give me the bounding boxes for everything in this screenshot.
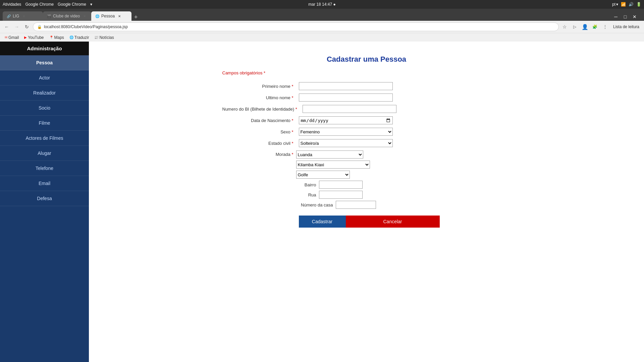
tab-clube-favicon: 🎬 — [47, 14, 51, 18]
tab-pessoa-label: Pessoa — [101, 14, 115, 18]
activities-label[interactable]: Atividades — [3, 2, 21, 7]
main-layout: Administração Pessoa Actor Realizador So… — [0, 42, 644, 362]
forward-button[interactable]: → — [13, 23, 21, 31]
sexo-row: Sexo * Femenino Masculino — [222, 128, 511, 136]
sexo-select[interactable]: Femenino Masculino — [299, 128, 393, 136]
tab-pessoa-close[interactable]: ✕ — [117, 13, 122, 19]
bookmark-star-button[interactable]: ☆ — [561, 23, 569, 31]
noticias-icon: 📰 — [94, 36, 98, 39]
bairro-input[interactable] — [319, 181, 363, 189]
data-nascimento-label: Data de Nascimento * — [222, 118, 296, 123]
extensions-button[interactable]: 🧩 — [591, 23, 599, 31]
traduzir-icon: 🌐 — [69, 36, 73, 39]
app-name-text[interactable]: Google Chrome — [58, 2, 86, 7]
sexo-label: Sexo * — [222, 129, 296, 134]
bookmarks-bar: ✉ Gmail ▶ YouTube 📍 Maps 🌐 Traduzir 📰 No… — [0, 33, 644, 42]
taskbar: Atividades Google Chrome Google Chrome ▾… — [0, 0, 644, 9]
primeiro-nome-label: Primeiro nome * — [222, 84, 296, 89]
sidebar-item-socio[interactable]: Socio — [0, 101, 89, 116]
app-name-label[interactable]: Google Chrome — [25, 2, 54, 7]
tab-pessoa[interactable]: 🌐 Pessoa ✕ — [91, 11, 131, 21]
ultimo-nome-row: Ultimo nome * — [222, 94, 511, 102]
content-area: Cadastrar uma Pessoa Campos obrigatórios… — [89, 42, 644, 362]
app-chevron[interactable]: ▾ — [90, 2, 92, 7]
maps-icon: 📍 — [49, 36, 53, 39]
address-bar[interactable]: 🔒 localhost:8080/ClubeVideo/Paginas/pess… — [33, 22, 559, 31]
primeiro-nome-row: Primeiro nome * — [222, 82, 511, 90]
bookmark-noticias[interactable]: 📰 Notícias — [92, 35, 116, 41]
bookmark-maps[interactable]: 📍 Maps — [47, 35, 66, 41]
numero-bi-label: Numero do BI (Bilhete de Identidade) * — [222, 107, 300, 112]
data-nascimento-input[interactable] — [299, 116, 393, 124]
sidebar-item-alugar[interactable]: Alugar — [0, 146, 89, 161]
form-container: Cadastrar uma Pessoa Campos obrigatórios… — [216, 48, 518, 234]
morada-section: Morada * Luanda Benguela Huambo Kilamba … — [222, 150, 511, 209]
bookmark-gmail[interactable]: ✉ Gmail — [3, 35, 21, 41]
bairro-row: Bairro — [296, 181, 376, 189]
morada-label: Morada * — [222, 150, 296, 157]
refresh-button[interactable]: ↻ — [23, 23, 31, 31]
provincia-select[interactable]: Luanda Benguela Huambo — [296, 150, 363, 159]
numero-bi-input[interactable] — [303, 105, 396, 113]
sidebar-item-actores-filmes[interactable]: Actores de Filmes — [0, 131, 89, 146]
nav-bar: ← → ↻ 🔒 localhost:8080/ClubeVideo/Pagina… — [0, 21, 644, 33]
numero-casa-input[interactable] — [336, 201, 376, 209]
tab-clube[interactable]: 🎬 Clube de video ✕ — [43, 11, 91, 21]
page-title: Cadastrar uma Pessoa — [222, 55, 511, 64]
estado-civil-select[interactable]: Solteiro/a Casado/a Divorciado/a Viúvo/a — [299, 139, 393, 147]
minimize-button[interactable]: ─ — [612, 13, 620, 21]
primeiro-nome-input[interactable] — [299, 82, 393, 90]
sidebar-item-defesa[interactable]: Defesa — [0, 191, 89, 206]
morada-inputs: Luanda Benguela Huambo Kilamba Kiaxi Ing… — [296, 150, 376, 209]
estado-civil-label: Estado civil * — [222, 141, 296, 146]
ultimo-nome-input[interactable] — [299, 94, 393, 102]
network-icon: 📶 — [621, 2, 626, 7]
address-text: localhost:8080/ClubeVideo/Paginas/pessoa… — [44, 24, 128, 29]
required-notice: Campos obrigatórios * — [222, 70, 511, 75]
datetime: mar 18 14:47 ● — [308, 2, 335, 7]
profile-button[interactable]: 👤 — [581, 23, 589, 31]
tab-clube-label: Clube de video — [53, 14, 80, 18]
sidebar-item-email[interactable]: Email — [0, 176, 89, 191]
language-selector[interactable]: pt ▾ — [612, 2, 618, 7]
sidebar-item-actor[interactable]: Actor — [0, 70, 89, 85]
data-nascimento-row: Data de Nascimento * — [222, 116, 511, 124]
rua-label: Rua — [296, 192, 316, 197]
cancelar-button[interactable]: Cancelar — [346, 216, 440, 228]
close-button[interactable]: ✕ — [631, 13, 639, 21]
ultimo-nome-label: Ultimo nome * — [222, 95, 296, 100]
numero-bi-row: Numero do BI (Bilhete de Identidade) * — [222, 105, 511, 113]
bairro-select[interactable]: Golfe Palanca Capolo — [296, 171, 350, 179]
rua-input[interactable] — [319, 191, 363, 199]
battery-icon: 🔋 — [636, 2, 641, 7]
youtube-icon: ▶ — [24, 36, 27, 39]
sidebar-item-pessoa[interactable]: Pessoa — [0, 55, 89, 70]
sidebar-header: Administração — [0, 42, 89, 55]
tab-lig-label: LIG — [13, 14, 19, 18]
rua-row: Rua — [296, 191, 376, 199]
tab-clube-close[interactable]: ✕ — [82, 13, 87, 19]
restore-button[interactable]: □ — [621, 13, 629, 21]
bookmark-youtube[interactable]: ▶ YouTube — [22, 35, 46, 41]
estado-civil-row: Estado civil * Solteiro/a Casado/a Divor… — [222, 139, 511, 147]
tab-pessoa-favicon: 🌐 — [95, 14, 99, 18]
sidebar: Administração Pessoa Actor Realizador So… — [0, 42, 89, 362]
municipio-select[interactable]: Kilamba Kiaxi Ingombota Maianga — [296, 161, 370, 169]
menu-button[interactable]: ⋮ — [601, 23, 609, 31]
buttons-row: Cadastrar Cancelar — [299, 216, 511, 228]
sidebar-item-telefone[interactable]: Telefone — [0, 161, 89, 176]
tab-bar: 🔗 LIG ✕ 🎬 Clube de video ✕ 🌐 Pessoa ✕ + … — [0, 9, 644, 21]
sidebar-item-realizador[interactable]: Realizador — [0, 85, 89, 101]
cast-button[interactable]: ▷ — [571, 23, 579, 31]
back-button[interactable]: ← — [3, 23, 11, 31]
sidebar-item-filme[interactable]: Filme — [0, 116, 89, 131]
gmail-icon: ✉ — [5, 36, 7, 39]
numero-casa-row: Número da casa — [296, 201, 376, 209]
bookmark-traduzir[interactable]: 🌐 Traduzir — [67, 35, 91, 41]
cadastrar-button[interactable]: Cadastrar — [299, 216, 346, 228]
tab-lig[interactable]: 🔗 LIG ✕ — [3, 11, 43, 21]
reading-list-button[interactable]: Lista de leitura — [611, 24, 641, 30]
tab-lig-close[interactable]: ✕ — [21, 13, 26, 19]
volume-icon: 🔊 — [629, 2, 634, 7]
new-tab-button[interactable]: + — [131, 14, 141, 21]
